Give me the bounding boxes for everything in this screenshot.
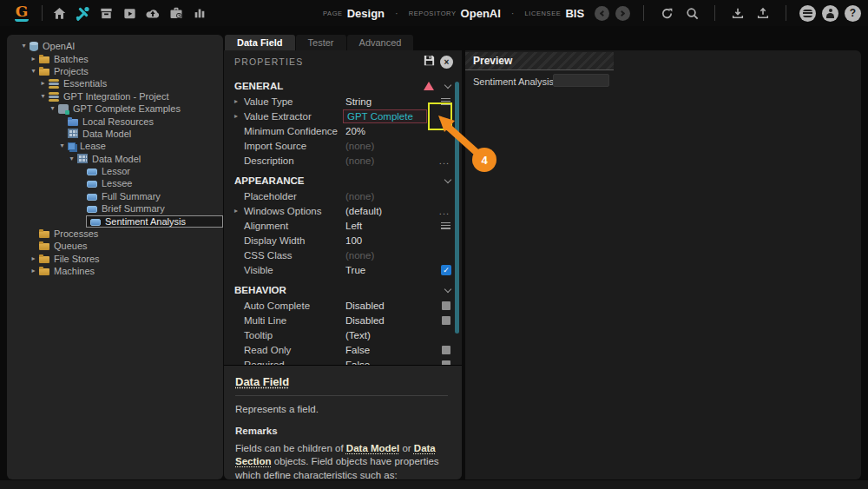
expand-arrow-icon[interactable] bbox=[29, 53, 38, 65]
tree-item-lessee[interactable]: Lessee bbox=[7, 177, 223, 189]
expand-arrow-icon[interactable] bbox=[29, 253, 38, 265]
prop-row-read-only[interactable]: Read Only False bbox=[224, 342, 462, 357]
prop-row-display-width[interactable]: Display Width 100 bbox=[224, 233, 462, 248]
stats-icon[interactable] bbox=[190, 3, 209, 23]
tree-item-lease-data-model[interactable]: Data Model bbox=[7, 153, 223, 165]
tab-advanced[interactable]: Advanced bbox=[347, 35, 414, 50]
section-general[interactable]: GENERAL bbox=[224, 78, 462, 94]
data-field-icon bbox=[87, 206, 97, 213]
menu-lines-icon[interactable] bbox=[441, 222, 450, 229]
prop-row-tooltip[interactable]: Tooltip (Text) bbox=[224, 327, 462, 342]
tree-item-brief-summary[interactable]: Brief Summary bbox=[7, 202, 223, 215]
tree-item-data-model[interactable]: Data Model bbox=[7, 128, 223, 140]
help-summary: Represents a field. bbox=[235, 403, 448, 417]
tree-item-batches[interactable]: Batches bbox=[7, 52, 223, 64]
repository-value[interactable]: OpenAI bbox=[461, 7, 501, 20]
prop-row-visible[interactable]: Visible True bbox=[224, 262, 462, 277]
save-icon[interactable] bbox=[423, 54, 436, 70]
help-title-link[interactable]: Data Field bbox=[235, 375, 289, 388]
tree-item-gpt-integration[interactable]: GPT Integration - Project bbox=[7, 90, 223, 102]
checkbox-unchecked[interactable] bbox=[442, 346, 450, 354]
help-remarks-paragraph: Fields can be children of Data Model or … bbox=[235, 442, 448, 479]
tree-item-sentiment-analysis-selected[interactable]: Sentiment Analysis bbox=[7, 215, 223, 227]
prop-row-placeholder[interactable]: Placeholder (none) bbox=[224, 188, 462, 203]
section-appearance[interactable]: APPEARANCE bbox=[224, 173, 462, 188]
tree-item-lessor[interactable]: Lessor bbox=[7, 165, 223, 177]
prop-row-import-source[interactable]: Import Source (none) bbox=[224, 138, 462, 153]
prop-row-multi-line[interactable]: Multi Line Disabled bbox=[224, 313, 462, 327]
section-behavior[interactable]: BEHAVIOR bbox=[224, 282, 462, 298]
checkbox-unchecked[interactable] bbox=[442, 301, 450, 310]
help-icon[interactable]: ? bbox=[845, 5, 861, 22]
expand-arrow-icon[interactable] bbox=[19, 40, 29, 52]
batches-icon[interactable] bbox=[96, 3, 115, 23]
forward-icon[interactable] bbox=[615, 6, 630, 21]
tree-item-lease[interactable]: Lease bbox=[7, 140, 223, 152]
ellipsis-button[interactable]: ... bbox=[439, 109, 450, 123]
ellipsis-button[interactable]: ... bbox=[439, 203, 450, 218]
preview-field-input[interactable] bbox=[553, 74, 609, 87]
tree-item-file-stores[interactable]: File Stores bbox=[7, 253, 223, 265]
prop-row-required[interactable]: Required False bbox=[224, 357, 462, 365]
chevron-down-icon[interactable] bbox=[444, 285, 451, 292]
design-tools-icon[interactable] bbox=[73, 3, 92, 23]
ellipsis-button[interactable]: ... bbox=[439, 153, 450, 168]
tree-item-full-summary[interactable]: Full Summary bbox=[7, 190, 223, 202]
app-logo[interactable]: G bbox=[9, 2, 35, 24]
resource-group-icon bbox=[58, 104, 69, 114]
help-panel: Data Field Represents a field. Remarks F… bbox=[224, 365, 462, 479]
properties-scrollbar[interactable] bbox=[455, 82, 459, 334]
tree-item-local-resources[interactable]: Local Resources bbox=[7, 115, 223, 127]
tree-item-machines[interactable]: Machines bbox=[7, 265, 223, 277]
import-icon[interactable] bbox=[143, 3, 162, 23]
user-icon[interactable] bbox=[822, 5, 838, 22]
prop-row-auto-complete[interactable]: Auto Complete Disabled bbox=[224, 298, 462, 313]
home-icon[interactable] bbox=[49, 3, 69, 23]
tab-data-field[interactable]: Data Field bbox=[225, 35, 295, 50]
tree-item-gpt-complete-examples[interactable]: GPT Complete Examples bbox=[7, 102, 223, 115]
expand-arrow-icon[interactable] bbox=[234, 97, 244, 105]
prop-row-value-extractor[interactable]: Value Extractor GPT Complete ... bbox=[224, 109, 462, 123]
tree-item-projects[interactable]: Projects bbox=[7, 65, 223, 77]
expand-arrow-icon[interactable] bbox=[29, 65, 38, 77]
prop-row-css-class[interactable]: CSS Class (none) bbox=[224, 248, 462, 262]
back-icon[interactable] bbox=[595, 6, 609, 21]
tree-item-essentials[interactable]: Essentials bbox=[7, 77, 223, 89]
batch-process-icon[interactable] bbox=[120, 3, 139, 23]
close-icon[interactable]: × bbox=[440, 56, 453, 69]
expand-arrow-icon[interactable] bbox=[38, 90, 48, 102]
value-extractor-field[interactable]: GPT Complete bbox=[343, 109, 427, 123]
data-field-icon bbox=[87, 169, 97, 175]
prop-row-description[interactable]: Description (none) ... bbox=[224, 153, 462, 168]
tab-tester[interactable]: Tester bbox=[296, 35, 346, 50]
page-value[interactable]: Design bbox=[347, 7, 385, 20]
tree-item-processes[interactable]: Processes bbox=[7, 228, 223, 240]
prop-row-minimum-confidence[interactable]: Minimum Confidence 20% bbox=[224, 123, 462, 138]
expand-arrow-icon[interactable] bbox=[67, 153, 76, 165]
repository-icon[interactable] bbox=[799, 5, 816, 22]
data-model-link[interactable]: Data Model bbox=[346, 443, 399, 453]
expand-arrow-icon[interactable] bbox=[234, 207, 244, 215]
tree-item-queues[interactable]: Queues bbox=[7, 240, 223, 252]
expand-arrow-icon[interactable] bbox=[234, 112, 244, 120]
search-icon[interactable] bbox=[682, 3, 701, 23]
prop-row-alignment[interactable]: Alignment Left bbox=[224, 218, 462, 233]
chevron-down-icon[interactable] bbox=[444, 175, 451, 182]
tree-item-openai[interactable]: OpenAI bbox=[7, 40, 223, 52]
expand-arrow-icon[interactable] bbox=[29, 265, 38, 277]
chevron-down-icon[interactable] bbox=[444, 81, 451, 88]
tasks-icon[interactable] bbox=[167, 3, 186, 23]
folder-icon bbox=[39, 231, 49, 238]
checkbox-unchecked[interactable] bbox=[442, 316, 450, 325]
upload-icon[interactable] bbox=[753, 3, 773, 23]
blue-folder-icon bbox=[68, 119, 78, 126]
menu-lines-icon[interactable] bbox=[441, 98, 450, 105]
download-icon[interactable] bbox=[728, 3, 747, 23]
prop-row-windows-options[interactable]: Windows Options (default) ... bbox=[224, 203, 462, 218]
prop-row-value-type[interactable]: Value Type String bbox=[224, 94, 462, 109]
expand-arrow-icon[interactable] bbox=[48, 102, 57, 115]
refresh-icon[interactable] bbox=[657, 3, 676, 23]
expand-arrow-icon[interactable] bbox=[38, 77, 48, 89]
checkbox-checked[interactable] bbox=[441, 265, 451, 275]
expand-arrow-icon[interactable] bbox=[57, 140, 67, 152]
